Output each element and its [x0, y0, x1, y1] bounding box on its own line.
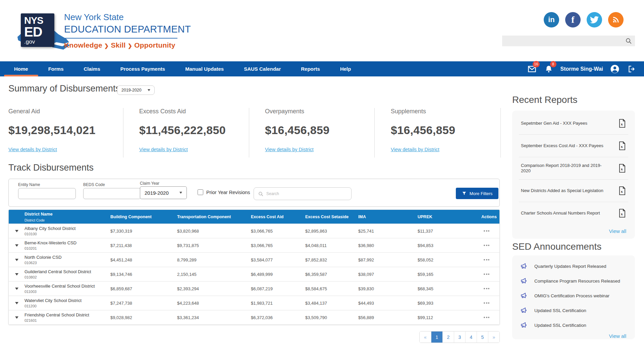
announcement-item[interactable]: Quarterly Updates Report Released: [520, 259, 627, 274]
nav-item-forms[interactable]: Forms: [38, 61, 74, 76]
chevron-down-icon: [15, 230, 18, 232]
excel-file-icon[interactable]: x: [618, 119, 626, 128]
linkedin-icon[interactable]: in: [544, 12, 559, 27]
announcement-text: Compliance Program Resources Released: [534, 279, 620, 284]
report-item[interactable]: New Districts Added as Special Legislati…: [512, 180, 635, 202]
card-amount: $19,298,514,021: [8, 124, 122, 137]
nav-item-home[interactable]: Home: [4, 61, 38, 76]
beds-code-input[interactable]: [83, 188, 141, 199]
nav-item-help[interactable]: Help: [330, 61, 361, 76]
facebook-icon[interactable]: f: [565, 12, 581, 27]
nav-item-process-payments[interactable]: Process Payments: [110, 61, 175, 76]
report-item[interactable]: Charter Schools Annual Numbers Report x: [512, 202, 635, 224]
chevron-down-icon: [15, 288, 18, 290]
transportation-component-value: $9,731,875: [177, 243, 251, 248]
nav-item-reports[interactable]: Reports: [291, 61, 330, 76]
pagination-page-1[interactable]: 1: [431, 331, 442, 343]
messages-button[interactable]: 16: [527, 64, 537, 74]
nav-item-manual-updates[interactable]: Manual Updates: [175, 61, 234, 76]
entity-name-label: Entity Name: [18, 182, 40, 187]
account-button[interactable]: [610, 64, 620, 74]
site-search-input[interactable]: [502, 36, 625, 46]
card-amount: $11,456,222,850: [139, 124, 253, 137]
row-expand-button[interactable]: [9, 267, 24, 281]
view-details-link[interactable]: View details by District: [265, 147, 314, 152]
filter-panel: Entity Name BEDS Code Claim Year 2019-20…: [8, 179, 500, 207]
excess-cost-aid-value: $6,087,219: [251, 286, 305, 291]
excel-file-icon[interactable]: x: [618, 186, 626, 195]
nav-item-claims[interactable]: Claims: [74, 61, 110, 76]
transportation-component-value: $3,820,968: [177, 229, 251, 234]
pagination-page-5[interactable]: 5: [477, 331, 488, 343]
pagination-next[interactable]: »: [488, 331, 499, 343]
page-header: NYS ED .gov New York State EDUCATION DEP…: [0, 0, 644, 61]
report-item[interactable]: Comparison Report 2018-2019 and 2019-202…: [512, 157, 635, 179]
uprek-value: $94,853: [418, 243, 481, 248]
report-item[interactable]: Sepetmber Gen Aid - XXX Payees x: [512, 112, 635, 134]
row-actions-button[interactable]: [482, 272, 491, 276]
announcement-text: Updated SSL Certification: [534, 308, 586, 313]
row-expand-button[interactable]: [9, 253, 24, 267]
row-expand-button[interactable]: [9, 310, 24, 324]
nav-item-saus-calendar[interactable]: SAUS Calendar: [234, 61, 291, 76]
more-filters-button[interactable]: More Filters: [456, 188, 498, 199]
row-expand-button[interactable]: [9, 282, 24, 296]
megaphone-icon: [520, 306, 529, 315]
table-search-input[interactable]: [266, 191, 347, 196]
reports-view-all-link[interactable]: View all: [609, 228, 626, 234]
announcement-item[interactable]: Updated SSL Certification: [520, 303, 627, 318]
view-details-link[interactable]: View details by District: [8, 147, 57, 152]
announcement-item[interactable]: Updated SSL Certification: [520, 318, 627, 333]
chevron-down-icon: [15, 302, 18, 304]
search-icon[interactable]: [625, 37, 632, 45]
table-header-row: District Name District Code Building Com…: [9, 210, 499, 224]
report-item[interactable]: September Excess Cost Aid - XXX Payees x: [512, 135, 635, 157]
view-details-link[interactable]: View details by District: [139, 147, 188, 152]
chevron-down-icon: [179, 192, 182, 194]
brand-name-line1: New York State: [64, 12, 191, 22]
twitter-icon[interactable]: [587, 12, 602, 27]
row-expand-button[interactable]: [9, 296, 24, 310]
claim-year-label: Claim Year: [140, 181, 159, 186]
svg-text:x: x: [621, 189, 623, 193]
row-expand-button[interactable]: [9, 224, 24, 238]
row-actions-button[interactable]: [482, 258, 491, 262]
announcement-item[interactable]: Compliance Program Resources Released: [520, 274, 627, 288]
prior-year-checkbox[interactable]: [198, 189, 203, 195]
pagination-prev[interactable]: «: [420, 331, 431, 343]
row-expand-button[interactable]: [9, 238, 24, 252]
row-actions-button[interactable]: [482, 229, 491, 233]
svg-text:x: x: [621, 144, 623, 148]
pagination-page-4[interactable]: 4: [465, 331, 477, 343]
sign-out-button[interactable]: [627, 64, 637, 74]
messages-badge: 16: [533, 61, 539, 67]
svg-text:x: x: [621, 122, 623, 126]
prior-year-label[interactable]: Prior Year Revisions: [206, 190, 250, 195]
row-actions-button[interactable]: [482, 315, 491, 319]
pagination-page-3[interactable]: 3: [454, 331, 465, 343]
transportation-component-value: $4,223,648: [177, 301, 251, 306]
district-code: 010201: [24, 246, 110, 250]
claim-year-select[interactable]: 2019-2020: [140, 186, 187, 199]
card-label: Excess Costs Aid: [139, 108, 253, 115]
row-actions-button[interactable]: [482, 301, 491, 305]
district-name: North Colonie CSD: [24, 255, 110, 260]
rss-icon[interactable]: [608, 12, 624, 27]
user-name[interactable]: Storme Sing-Wai: [560, 66, 603, 72]
excel-file-icon[interactable]: x: [618, 164, 626, 173]
notifications-button[interactable]: 8: [544, 64, 554, 74]
summary-year-select[interactable]: 2019-2020: [117, 85, 155, 95]
excel-file-icon[interactable]: x: [618, 141, 626, 150]
chevron-separator: ❯: [126, 43, 135, 49]
row-actions-button[interactable]: [482, 243, 491, 247]
row-actions-button[interactable]: [482, 287, 491, 291]
view-details-link[interactable]: View details by District: [391, 147, 439, 152]
disbursements-table: District Name District Code Building Com…: [8, 209, 500, 325]
pagination-page-2[interactable]: 2: [442, 331, 454, 343]
announcement-item[interactable]: OMIG's Certification Process webinar: [520, 288, 627, 303]
announcements-view-all-link[interactable]: View all: [609, 333, 626, 339]
summary-title: Summary of Disbursements: [8, 83, 120, 94]
entity-name-input[interactable]: [18, 188, 76, 199]
excel-file-icon[interactable]: x: [618, 208, 626, 218]
filter-funnel-icon: [462, 191, 467, 196]
